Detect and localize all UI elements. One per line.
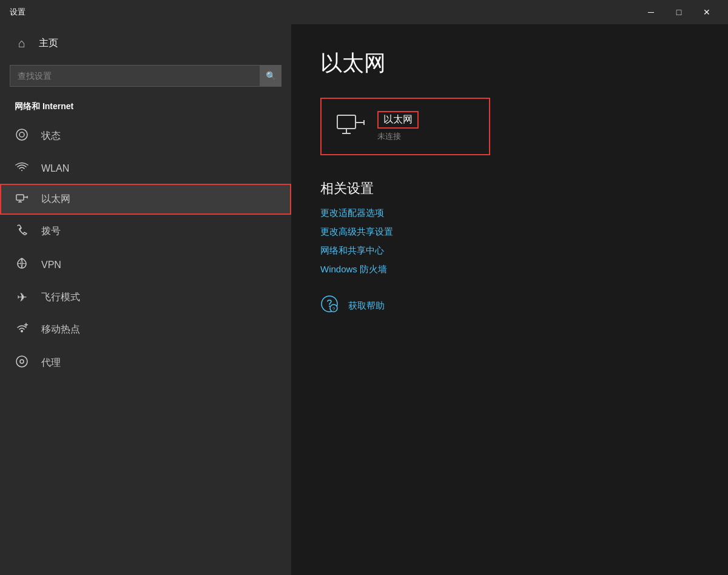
sidebar-item-vpn[interactable]: VPN [0, 248, 291, 281]
ethernet-card-info: 以太网 未连接 [377, 111, 419, 142]
status-label: 状态 [41, 130, 61, 143]
home-label: 主页 [39, 37, 58, 50]
status-icon [15, 128, 29, 144]
airplane-label: 飞行模式 [41, 291, 80, 304]
settings-link-1[interactable]: 更改高级共享设置 [320, 226, 699, 238]
hotspot-label: 移动热点 [41, 323, 80, 336]
proxy-label: 代理 [41, 357, 61, 369]
titlebar: 设置 ─ □ ✕ [0, 0, 728, 24]
search-box: 🔍 [10, 65, 281, 87]
home-icon: ⌂ [15, 36, 29, 50]
ethernet-card[interactable]: 以太网 未连接 [320, 98, 490, 155]
wlan-icon [15, 161, 29, 175]
settings-link-2[interactable]: 网络和共享中心 [320, 245, 699, 257]
svg-point-1 [19, 132, 24, 137]
airplane-icon: ✈ [15, 290, 29, 304]
settings-link-3[interactable]: Windows 防火墙 [320, 264, 699, 275]
titlebar-title: 设置 [10, 7, 25, 18]
vpn-icon [15, 257, 29, 273]
sidebar-item-dialup[interactable]: 拨号 [0, 215, 291, 248]
ethernet-card-status: 未连接 [377, 131, 419, 142]
page-title: 以太网 [320, 49, 699, 78]
minimize-button[interactable]: ─ [637, 2, 665, 22]
sidebar: ⌂ 主页 🔍 网络和 Internet 状态 [0, 24, 291, 575]
svg-point-10 [16, 356, 27, 367]
settings-links: 更改适配器选项更改高级共享设置网络和共享中心Windows 防火墙 [320, 207, 699, 275]
sidebar-section-title: 网络和 Internet [0, 96, 291, 119]
settings-link-0[interactable]: 更改适配器选项 [320, 207, 699, 219]
help-section: ? 获取帮助 [320, 295, 699, 317]
dialup-icon [15, 223, 29, 240]
help-link[interactable]: 获取帮助 [348, 300, 385, 312]
ethernet-card-name: 以太网 [377, 111, 419, 129]
dialup-label: 拨号 [41, 225, 61, 238]
sidebar-item-proxy[interactable]: 代理 [0, 346, 291, 380]
sidebar-item-airplane[interactable]: ✈ 飞行模式 [0, 281, 291, 313]
sidebar-item-ethernet[interactable]: 以太网 [0, 184, 291, 215]
hotspot-icon [15, 321, 29, 338]
svg-text:?: ? [332, 306, 335, 312]
ethernet-nav-icon [15, 192, 29, 206]
vpn-label: VPN [41, 260, 61, 271]
close-button[interactable]: ✕ [693, 2, 721, 22]
titlebar-controls: ─ □ ✕ [637, 2, 721, 22]
svg-point-20 [329, 306, 330, 307]
proxy-icon [15, 355, 29, 371]
search-input[interactable] [10, 65, 281, 87]
search-button[interactable]: 🔍 [260, 65, 281, 87]
related-settings-heading: 相关设置 [320, 180, 699, 198]
help-icon: ? [320, 295, 339, 317]
main-layout: ⌂ 主页 🔍 网络和 Internet 状态 [0, 24, 728, 575]
svg-rect-2 [16, 195, 24, 200]
sidebar-item-hotspot[interactable]: 移动热点 [0, 313, 291, 346]
svg-point-11 [20, 360, 24, 363]
ethernet-nav-label: 以太网 [41, 193, 70, 206]
sidebar-item-status[interactable]: 状态 [0, 119, 291, 153]
wlan-label: WLAN [41, 163, 69, 174]
sidebar-item-wlan[interactable]: WLAN [0, 153, 291, 184]
ethernet-card-icon [336, 112, 365, 141]
sidebar-item-home[interactable]: ⌂ 主页 [0, 24, 291, 60]
svg-point-0 [16, 129, 27, 140]
svg-point-7 [21, 330, 23, 332]
svg-rect-12 [337, 115, 356, 129]
content-area: 以太网 以太网 未连接 相关设置 更改适配器选项更改高级共享设置网络和共享中心W… [291, 24, 728, 575]
maximize-button[interactable]: □ [665, 2, 693, 22]
